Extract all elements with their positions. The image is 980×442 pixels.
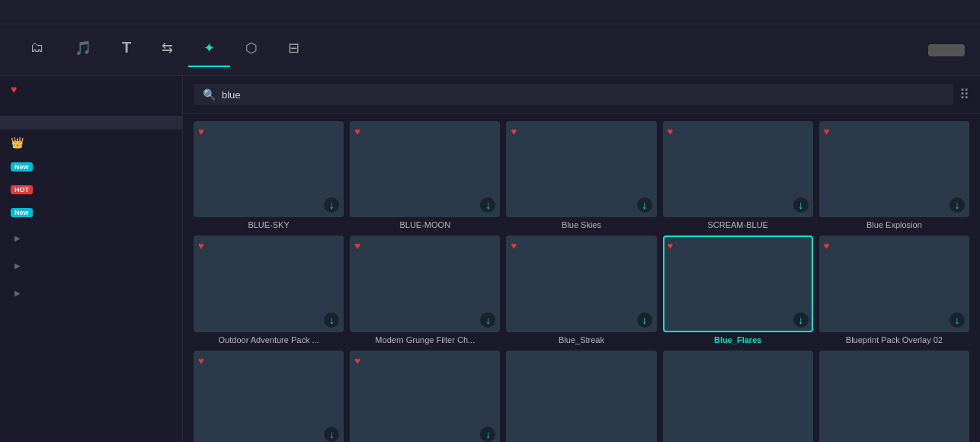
toolbar-split-screen[interactable]: ⊟ [273, 34, 315, 67]
sidebar-item-lut[interactable]: ▶ [0, 279, 182, 306]
toolbar: 🗂 🎵 T ⇆ ✦ ⬡ ⊟ [0, 24, 980, 76]
split-screen-icon: ⊟ [288, 40, 299, 56]
toolbar-titles[interactable]: T [107, 33, 146, 67]
elements-icon: ⬡ [245, 40, 258, 56]
fav-heart-icon-3: ♥ [668, 126, 674, 137]
menu-tools[interactable] [72, 9, 87, 15]
download-icon-6[interactable]: ↓ [480, 312, 495, 328]
fav-heart-icon-0: ♥ [198, 126, 204, 137]
effects-grid: ♥ ↓ BLUE-SKY ♥ ↓ BLUE-MOON ♥ ↓ Blue Skie… [194, 121, 969, 442]
fav-heart-icon-11: ♥ [354, 355, 360, 367]
content-area: 🔍 ⠿ ♥ ↓ BLUE-SKY ♥ ↓ BLUE-MOON ♥ ↓ Blue … [183, 76, 980, 442]
download-icon-7[interactable]: ↓ [637, 312, 652, 328]
crown-icon: 👑 [11, 136, 24, 149]
grid-item-label-0: BLUE-SKY [194, 220, 344, 229]
grid-item-label-1: BLUE-MOON [350, 220, 500, 229]
fav-heart-icon-6: ♥ [354, 240, 360, 251]
titles-icon: T [122, 39, 131, 56]
search-bar: 🔍 ⠿ [183, 76, 980, 114]
download-icon-3[interactable]: ↓ [793, 197, 809, 213]
fav-heart-icon-9: ♥ [824, 240, 830, 251]
grid-item-label-6: Modern Grunge Filter Ch... [350, 335, 500, 344]
grid-item-label-4: Blue Explosion [819, 220, 969, 229]
new-badge-whats-new: New [11, 208, 33, 217]
download-icon-8[interactable]: ↓ [793, 312, 809, 328]
sidebar-item-overlay[interactable]: ▶ [0, 251, 182, 279]
grid-item-0[interactable]: ♥ ↓ BLUE-SKY [194, 121, 344, 229]
grid-item-5[interactable]: ♥ ↓ Outdoor Adventure Pack ... [194, 235, 344, 344]
grid-item-12[interactable]: Blur [506, 351, 656, 442]
main-area: ♥ 👑 New HOT New [0, 76, 980, 442]
grid-item-label-9: Blueprint Pack Overlay 02 [819, 335, 969, 344]
toolbar-transitions[interactable]: ⇆ [146, 34, 188, 67]
fav-heart-icon-4: ♥ [824, 126, 830, 137]
audio-icon: 🎵 [75, 40, 91, 56]
lut-arrow-icon: ▶ [11, 286, 24, 299]
sidebar-item-gaming[interactable] [0, 320, 182, 334]
grid-item-label-2: Blue Skies [506, 220, 656, 229]
effects-icon: ✦ [203, 40, 215, 56]
new-badge-ar: New [11, 162, 33, 171]
sidebar-item-ai-portrait[interactable]: 👑 [0, 130, 182, 155]
sidebar-item-ar-stickers[interactable]: New [0, 155, 182, 178]
fav-heart-icon-1: ♥ [354, 126, 360, 137]
fav-heart-icon-10: ♥ [198, 355, 204, 367]
heart-icon: ♥ [11, 83, 17, 95]
grid-item-6[interactable]: ♥ ↓ Modern Grunge Filter Ch... [350, 235, 500, 344]
grid-layout-icon[interactable]: ⠿ [959, 86, 969, 103]
overlay-arrow-icon: ▶ [11, 258, 24, 272]
menu-file[interactable] [35, 9, 50, 15]
transitions-icon: ⇆ [162, 40, 173, 56]
menu-edit[interactable] [53, 9, 69, 15]
sidebar-item-favorites[interactable]: ♥ [0, 76, 182, 102]
fav-heart-icon-7: ♥ [511, 240, 517, 251]
menu-export[interactable] [108, 9, 123, 15]
hot-badge-audio: HOT [11, 185, 33, 194]
fav-heart-icon-8: ♥ [668, 240, 674, 251]
grid-item-9[interactable]: ♥ ↓ Blueprint Pack Overlay 02 [819, 235, 969, 344]
grid-item-2[interactable]: ♥ ↓ Blue Skies [506, 121, 656, 229]
download-icon-10[interactable]: ↓ [324, 427, 339, 442]
menu-help[interactable] [127, 9, 142, 15]
sidebar: ♥ 👑 New HOT New [0, 76, 183, 442]
sidebar-item-filters[interactable]: ▶ [0, 224, 182, 251]
grid-item-14[interactable]: Basic Blur [819, 351, 969, 442]
toolbar-elements[interactable]: ⬡ [230, 34, 273, 67]
toolbar-effects[interactable]: ✦ [188, 34, 230, 67]
grid-item-13[interactable]: Blur 2 [663, 351, 813, 442]
grid-item-4[interactable]: ♥ ↓ Blue Explosion [819, 121, 969, 229]
grid-item-label-5: Outdoor Adventure Pack ... [194, 335, 344, 344]
grid-area: ♥ ↓ BLUE-SKY ♥ ↓ BLUE-MOON ♥ ↓ Blue Skie… [183, 114, 980, 442]
download-icon-9[interactable]: ↓ [950, 312, 965, 328]
menu-view[interactable] [90, 9, 105, 15]
sidebar-item-utility[interactable] [0, 306, 182, 320]
grid-item-8[interactable]: ♥ ↓ Blue_Flares [663, 235, 813, 344]
sidebar-item-audio-effects[interactable]: HOT [0, 178, 182, 201]
filters-arrow-icon: ▶ [11, 231, 24, 245]
grid-item-label-3: SCREAM-BLUE [663, 220, 813, 229]
search-icon: 🔍 [203, 88, 216, 101]
grid-item-label-7: Blue_Streak [506, 335, 656, 344]
grid-item-10[interactable]: ♥ ↓ Blueprint Pack Overlay 01 [194, 351, 344, 442]
fav-heart-icon-5: ♥ [198, 240, 204, 251]
toolbar-audio[interactable]: 🎵 [59, 34, 107, 67]
toolbar-media[interactable]: 🗂 [15, 34, 59, 66]
grid-item-3[interactable]: ♥ ↓ SCREAM-BLUE [663, 121, 813, 229]
fav-heart-icon-2: ♥ [511, 126, 517, 137]
sidebar-item-recommended[interactable] [0, 116, 182, 130]
menu-bar [0, 0, 980, 24]
search-input[interactable] [222, 89, 944, 101]
grid-item-11[interactable]: ♥ ↓ Blueprint Pack Overlay 03 [350, 351, 500, 442]
export-button[interactable] [928, 44, 965, 56]
download-icon-2[interactable]: ↓ [637, 197, 652, 213]
download-icon-5[interactable]: ↓ [324, 312, 339, 328]
media-icon: 🗂 [30, 40, 44, 56]
sidebar-item-whats-new[interactable]: New [0, 201, 182, 224]
grid-item-1[interactable]: ♥ ↓ BLUE-MOON [350, 121, 500, 229]
grid-item-label-8: Blue_Flares [663, 335, 813, 344]
grid-item-7[interactable]: ♥ ↓ Blue_Streak [506, 235, 656, 344]
sidebar-item-downloads[interactable] [0, 102, 182, 116]
search-input-wrap[interactable]: 🔍 [194, 84, 953, 105]
